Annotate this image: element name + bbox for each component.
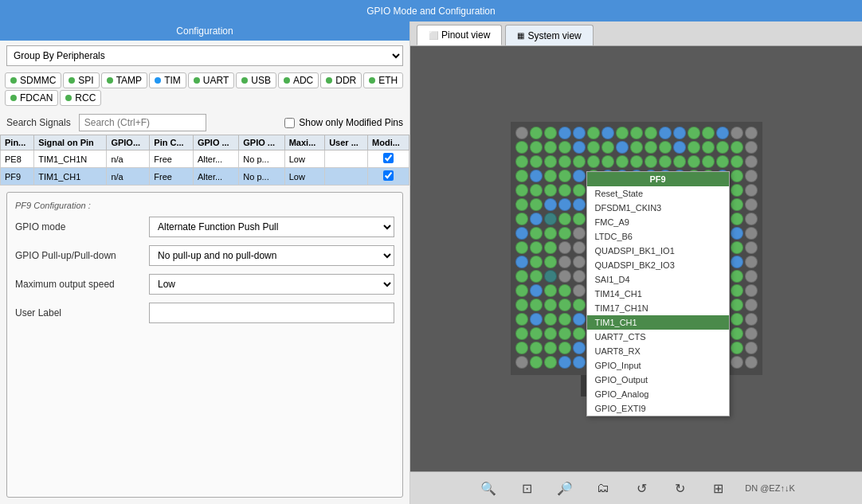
- pin-dot-14-0[interactable]: [515, 327, 528, 340]
- pin-dot-5-0[interactable]: [515, 198, 528, 211]
- peripheral-chip-rcc[interactable]: RCC: [60, 90, 101, 106]
- pin-dot-13-4[interactable]: [573, 313, 586, 326]
- table-header-4[interactable]: GPIO ...: [193, 135, 238, 150]
- pin-dot-2-15[interactable]: [731, 155, 743, 168]
- pin-dot-5-15[interactable]: [731, 198, 743, 211]
- pin-dot-4-2[interactable]: [544, 184, 557, 197]
- peripheral-chip-tamp[interactable]: TAMP: [101, 72, 147, 88]
- pin-dot-10-3[interactable]: [558, 270, 571, 283]
- pin-dropdown-item-9[interactable]: TIM1_CH1: [587, 315, 729, 330]
- pin-dot-7-4[interactable]: [573, 227, 586, 240]
- pin-dot-8-1[interactable]: [530, 241, 543, 254]
- rotate-left-button[interactable]: ↺: [630, 477, 652, 499]
- pin-dot-15-2[interactable]: [544, 342, 557, 354]
- pin-dot-7-0[interactable]: [515, 227, 528, 240]
- pin-dot-15-16[interactable]: [745, 342, 758, 354]
- pin-dropdown-item-15[interactable]: GPIO_EXTI9: [587, 401, 729, 416]
- pin-dot-0-11[interactable]: [673, 127, 686, 139]
- pin-dot-5-2[interactable]: [544, 198, 557, 211]
- table-header-0[interactable]: Pin...: [1, 135, 34, 150]
- pin-dot-16-16[interactable]: [745, 356, 758, 369]
- pin-dot-2-14[interactable]: [716, 155, 729, 168]
- pin-dot-4-15[interactable]: [731, 184, 743, 197]
- pin-dot-1-10[interactable]: [659, 141, 672, 154]
- pin-dot-6-3[interactable]: [558, 213, 571, 225]
- pin-dot-1-4[interactable]: [573, 141, 586, 154]
- pin-dot-2-16[interactable]: [745, 155, 758, 168]
- pin-dot-16-15[interactable]: [731, 356, 743, 369]
- config-select-2[interactable]: Low: [149, 274, 394, 295]
- peripheral-chip-uart[interactable]: UART: [188, 72, 234, 88]
- pin-dot-6-16[interactable]: [745, 213, 758, 225]
- peripheral-chip-sdmmc[interactable]: SDMMC: [5, 72, 61, 88]
- pin-dot-13-15[interactable]: [731, 313, 743, 326]
- pin-dropdown-item-5[interactable]: QUADSPI_BK2_IO3: [587, 258, 729, 272]
- pin-dot-1-13[interactable]: [702, 141, 715, 154]
- peripheral-chip-usb[interactable]: USB: [236, 72, 276, 88]
- view-tab-pinout[interactable]: ⬜Pinout view: [417, 25, 502, 45]
- pin-dot-2-11[interactable]: [673, 155, 686, 168]
- config-input-3[interactable]: [149, 303, 394, 323]
- pin-dot-1-9[interactable]: [645, 141, 657, 154]
- pin-dropdown-item-14[interactable]: GPIO_Analog: [587, 387, 729, 401]
- pin-dot-1-0[interactable]: [515, 141, 528, 154]
- pin-dropdown-item-12[interactable]: GPIO_Input: [587, 358, 729, 373]
- pin-dot-10-1[interactable]: [530, 270, 543, 283]
- pin-dot-0-6[interactable]: [601, 127, 614, 139]
- pin-dot-15-1[interactable]: [530, 342, 543, 354]
- pin-dot-9-15[interactable]: [731, 256, 743, 268]
- peripheral-chip-tim[interactable]: TIM: [149, 72, 186, 88]
- pin-dot-10-4[interactable]: [573, 270, 586, 283]
- pin-dropdown-item-4[interactable]: QUADSPI_BK1_IO1: [587, 244, 729, 258]
- pin-dot-8-15[interactable]: [731, 241, 743, 254]
- pin-dot-9-2[interactable]: [544, 256, 557, 268]
- pin-dot-11-16[interactable]: [745, 284, 758, 297]
- zoom-in-button[interactable]: 🔍: [477, 477, 500, 499]
- pin-dot-15-3[interactable]: [558, 342, 571, 354]
- pin-dot-3-4[interactable]: [573, 170, 586, 182]
- pin-dot-0-15[interactable]: [731, 127, 743, 139]
- table-header-2[interactable]: GPIO...: [107, 135, 150, 150]
- pin-dot-12-3[interactable]: [558, 299, 571, 311]
- pin-dot-1-1[interactable]: [530, 141, 543, 154]
- pin-dot-7-16[interactable]: [745, 227, 758, 240]
- pin-dot-0-14[interactable]: [716, 127, 729, 139]
- search-input[interactable]: [79, 114, 206, 131]
- pin-dot-4-3[interactable]: [558, 184, 571, 197]
- pin-dot-0-5[interactable]: [587, 127, 600, 139]
- pin-dot-2-10[interactable]: [659, 155, 672, 168]
- group-by-select[interactable]: Group By Peripherals: [6, 45, 403, 66]
- pin-dot-13-16[interactable]: [745, 313, 758, 326]
- pin-dot-0-8[interactable]: [630, 127, 643, 139]
- pin-dot-2-6[interactable]: [601, 155, 614, 168]
- pin-dot-2-0[interactable]: [515, 155, 528, 168]
- pin-dot-3-3[interactable]: [558, 170, 571, 182]
- pin-dot-3-2[interactable]: [544, 170, 557, 182]
- pin-dropdown-item-3[interactable]: LTDC_B6: [587, 229, 729, 244]
- pin-dot-14-4[interactable]: [573, 327, 586, 340]
- pin-dot-1-3[interactable]: [558, 141, 571, 154]
- pin-dot-9-4[interactable]: [573, 256, 586, 268]
- pin-dot-9-1[interactable]: [530, 256, 543, 268]
- pin-dot-1-14[interactable]: [716, 141, 729, 154]
- table-header-1[interactable]: Signal on Pin: [34, 135, 107, 150]
- pin-dot-7-3[interactable]: [558, 227, 571, 240]
- pin-dot-0-10[interactable]: [659, 127, 672, 139]
- pin-dot-16-1[interactable]: [530, 356, 543, 369]
- rotate-right-button[interactable]: ↻: [668, 477, 691, 499]
- pin-dot-9-16[interactable]: [745, 256, 758, 268]
- pin-dot-14-15[interactable]: [731, 327, 743, 340]
- pin-dot-15-15[interactable]: [731, 342, 743, 354]
- pin-dot-6-1[interactable]: [530, 213, 543, 225]
- pin-dot-4-16[interactable]: [745, 184, 758, 197]
- pin-dot-3-15[interactable]: [731, 170, 743, 182]
- pin-dot-11-3[interactable]: [558, 284, 571, 297]
- pin-dot-5-16[interactable]: [745, 198, 758, 211]
- pin-dot-1-7[interactable]: [616, 141, 629, 154]
- pin-dot-12-0[interactable]: [515, 299, 528, 311]
- pin-dot-2-9[interactable]: [645, 155, 657, 168]
- pin-dot-15-4[interactable]: [573, 342, 586, 354]
- peripheral-chip-adc[interactable]: ADC: [278, 72, 319, 88]
- pin-dot-2-4[interactable]: [573, 155, 586, 168]
- pin-dot-1-6[interactable]: [601, 141, 614, 154]
